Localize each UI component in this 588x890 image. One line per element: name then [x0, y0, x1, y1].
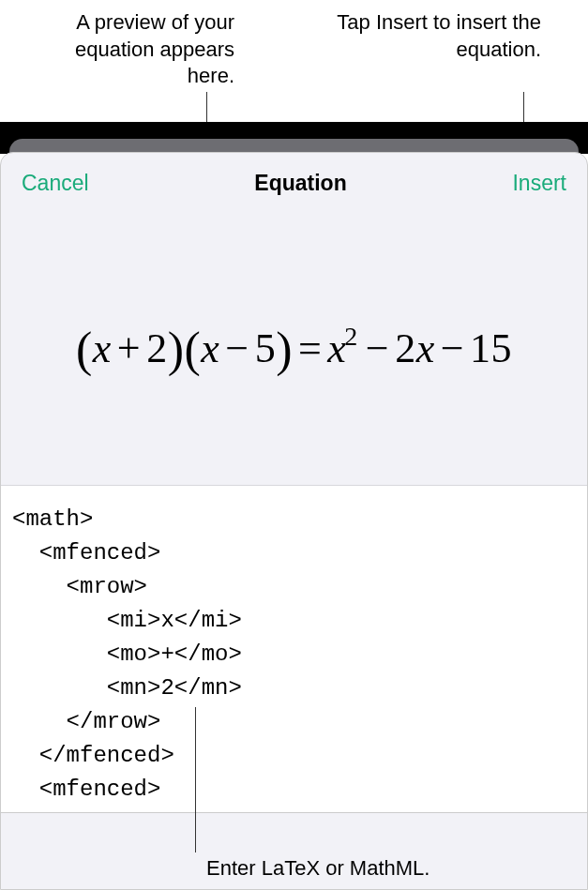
callout-leader-line [195, 707, 196, 852]
equation-input-area: <math> <mfenced> <mrow> <mi>x</mi> <mo>+… [1, 485, 587, 813]
callout-insert-text: Tap Insert to insert the equation. [297, 9, 541, 122]
callout-input-text: Enter LaTeX or MathML. [206, 856, 430, 881]
insert-button[interactable]: Insert [512, 171, 566, 196]
equation-preview-area: (x+2)(x−5)=x2−2x−15 [1, 213, 587, 485]
equation-rendered: (x+2)(x−5)=x2−2x−15 [76, 322, 512, 377]
divider [0, 812, 588, 813]
modal-title: Equation [254, 171, 346, 196]
modal-header: Cancel Equation Insert [1, 153, 587, 213]
equation-source-input[interactable]: <math> <mfenced> <mrow> <mi>x</mi> <mo>+… [12, 503, 576, 796]
equation-modal: Cancel Equation Insert (x+2)(x−5)=x2−2x−… [0, 152, 588, 890]
cancel-button[interactable]: Cancel [22, 171, 89, 196]
